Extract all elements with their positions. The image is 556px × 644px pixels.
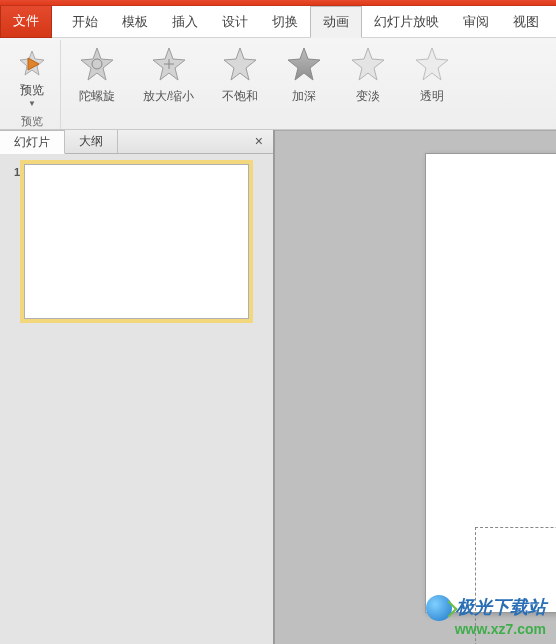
menu-view[interactable]: 视图 <box>501 6 551 38</box>
watermark-url: www.xz7.com <box>426 621 546 638</box>
star-icon <box>414 46 450 82</box>
svg-marker-7 <box>352 48 384 80</box>
workspace: 幻灯片 大纲 × 1 <box>0 130 556 644</box>
effect-lighten[interactable]: 变淡 <box>350 46 386 129</box>
menu-slideshow[interactable]: 幻灯片放映 <box>362 6 451 38</box>
side-panel: 幻灯片 大纲 × 1 <box>0 130 275 644</box>
svg-marker-2 <box>81 48 113 80</box>
tab-slides[interactable]: 幻灯片 <box>0 130 65 154</box>
effect-label: 透明 <box>420 88 444 105</box>
watermark-logo-icon <box>426 595 452 621</box>
svg-marker-8 <box>416 48 448 80</box>
slide-number: 1 <box>8 164 20 178</box>
star-icon <box>286 46 322 82</box>
thumbnails-area: 1 <box>0 154 273 644</box>
slide-thumb-row[interactable]: 1 <box>8 164 265 319</box>
svg-marker-5 <box>224 48 256 80</box>
menu-insert[interactable]: 插入 <box>160 6 210 38</box>
close-icon[interactable]: × <box>245 130 273 153</box>
menu-review[interactable]: 审阅 <box>451 6 501 38</box>
canvas-area[interactable] <box>275 130 556 644</box>
effect-label: 放大/缩小 <box>143 88 194 105</box>
menu-start[interactable]: 开始 <box>60 6 110 38</box>
panel-tabs: 幻灯片 大纲 × <box>0 130 273 154</box>
effect-label: 加深 <box>292 88 316 105</box>
effect-spin[interactable]: 陀螺旋 <box>79 46 115 129</box>
menu-transition[interactable]: 切换 <box>260 6 310 38</box>
file-tab[interactable]: 文件 <box>0 6 52 38</box>
tab-outline[interactable]: 大纲 <box>65 130 118 153</box>
effect-label: 陀螺旋 <box>79 88 115 105</box>
chevron-down-icon[interactable]: ▼ <box>28 99 36 108</box>
effect-label: 不饱和 <box>222 88 258 105</box>
effect-transparency[interactable]: 透明 <box>414 46 450 129</box>
svg-marker-6 <box>288 48 320 80</box>
preview-label: 预览 <box>20 82 44 99</box>
star-icon <box>79 46 115 82</box>
ribbon-group-preview: 预览 ▼ 预览 <box>4 40 61 129</box>
slide-thumbnail[interactable] <box>24 164 249 319</box>
watermark-title-text: 极光下载站 <box>456 597 546 619</box>
effect-grow-shrink[interactable]: 放大/缩小 <box>143 46 194 129</box>
menu-animation[interactable]: 动画 <box>310 6 362 38</box>
preview-group-caption: 预览 <box>21 112 43 129</box>
menu-bar: 文件 开始 模板 插入 设计 切换 动画 幻灯片放映 审阅 视图 <box>0 6 556 38</box>
preview-text: 预览 <box>20 82 44 99</box>
star-icon <box>222 46 258 82</box>
effects-gallery: 陀螺旋 放大/缩小 不饱和 加深 变淡 <box>61 40 552 129</box>
effect-label: 变淡 <box>356 88 380 105</box>
star-icon <box>151 46 187 82</box>
star-icon <box>350 46 386 82</box>
preview-play-icon <box>16 48 48 80</box>
effect-darken[interactable]: 加深 <box>286 46 322 129</box>
preview-button[interactable]: 预览 ▼ <box>10 44 54 112</box>
menu-design[interactable]: 设计 <box>210 6 260 38</box>
effect-desaturate[interactable]: 不饱和 <box>222 46 258 129</box>
watermark-title: 极光下载站 <box>426 595 546 621</box>
menu-template[interactable]: 模板 <box>110 6 160 38</box>
ribbon: 预览 ▼ 预览 陀螺旋 放大/缩小 不饱和 <box>0 38 556 130</box>
watermark: 极光下载站 www.xz7.com <box>426 595 546 638</box>
